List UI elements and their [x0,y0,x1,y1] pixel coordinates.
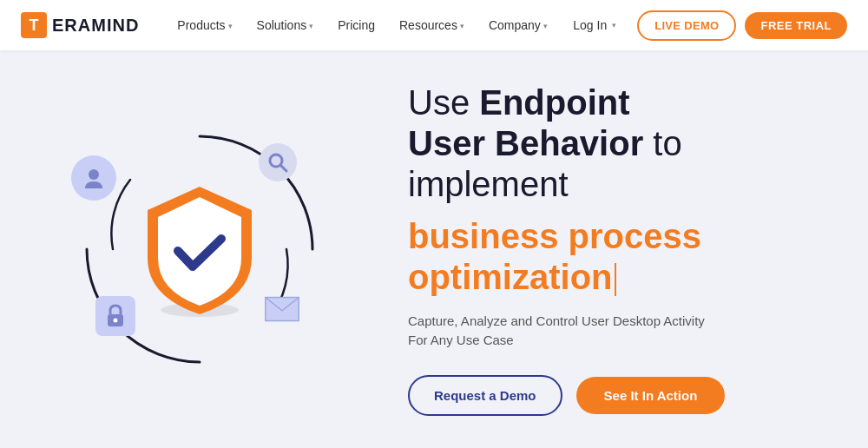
nav-item-products[interactable]: Products ▾ [167,13,242,37]
nav-links: Products ▾ Solutions ▾ Pricing Resources… [167,13,561,37]
shield-icon [139,180,260,319]
chevron-down-icon: ▾ [612,21,616,30]
svg-point-1 [89,169,99,180]
chevron-down-icon: ▾ [228,22,233,30]
user-icon [71,155,116,201]
login-button[interactable]: Log In ▾ [561,13,628,37]
nav-item-resources[interactable]: Resources ▾ [389,13,475,37]
live-demo-button[interactable]: LIVE DEMO [637,10,736,41]
hero-subtext: Capture, Analyze and Control User Deskto… [408,312,833,351]
chevron-down-icon: ▾ [460,22,464,30]
logo-icon: T [21,12,47,38]
chevron-down-icon: ▾ [543,22,548,30]
chevron-down-icon: ▾ [309,22,313,30]
hero-orange-text: business process optimization [408,216,833,298]
nav-item-solutions[interactable]: Solutions ▾ [247,13,325,37]
hero-heading: Use Endpoint User Behavior to implement [408,82,833,206]
see-it-in-action-button[interactable]: See It In Action [576,377,726,414]
text-cursor [615,263,616,296]
arc-illustration [61,110,339,388]
logo[interactable]: T ERAMIND [21,12,139,38]
logo-text: ERAMIND [52,16,139,36]
hero-content: Use Endpoint User Behavior to implement … [382,82,833,416]
navbar: T ERAMIND Products ▾ Solutions ▾ Pricing… [0,0,868,50]
nav-item-company[interactable]: Company ▾ [478,13,558,37]
lock-icon [95,296,135,336]
request-demo-button[interactable]: Request a Demo [408,375,562,416]
svg-line-5 [280,165,286,171]
free-trial-button[interactable]: FREE TRIAL [745,12,847,39]
nav-actions: Log In ▾ LIVE DEMO FREE TRIAL [561,10,847,41]
hero-illustration [17,50,382,448]
search-icon [259,143,297,181]
hero-buttons: Request a Demo See It In Action [408,375,833,416]
mail-icon [260,289,304,327]
hero-section: Use Endpoint User Behavior to implement … [0,50,868,448]
nav-item-pricing[interactable]: Pricing [327,13,385,37]
svg-point-3 [114,319,118,323]
